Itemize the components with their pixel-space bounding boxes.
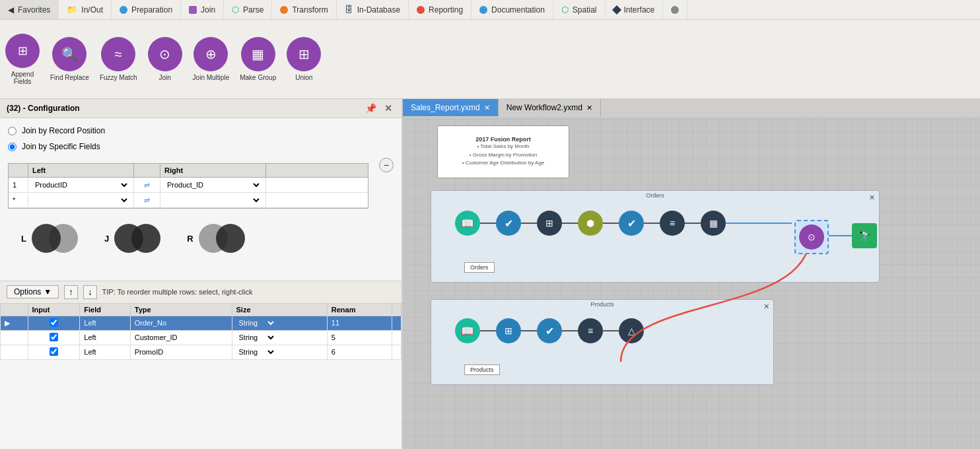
tip-text: TIP: To reorder multiple rows: select, r… bbox=[102, 288, 253, 296]
toolbar-tab-reporting[interactable]: Reporting bbox=[409, 0, 472, 19]
close-panel-icon[interactable]: ✕ bbox=[382, 103, 395, 114]
row-checkbox-2[interactable] bbox=[50, 333, 58, 341]
pin-icon[interactable]: 📌 bbox=[363, 103, 379, 114]
row-num-star: * bbox=[9, 193, 28, 207]
toolbar-tab-spatial[interactable]: ⬡ Spatial bbox=[553, 0, 606, 19]
input-cell-2: Left bbox=[80, 330, 130, 345]
products-collapse-icon[interactable]: ✕ bbox=[763, 302, 769, 311]
connector-join-browse bbox=[829, 235, 852, 236]
products-node-3[interactable]: ✔ bbox=[537, 318, 562, 343]
table-row[interactable]: Left Customer_ID String 5 bbox=[1, 330, 402, 345]
orders-collapse-icon[interactable]: ✕ bbox=[869, 193, 875, 202]
right-header: Right bbox=[160, 164, 266, 177]
make-group-icon: ▦ bbox=[241, 37, 275, 71]
row-checkbox-3[interactable] bbox=[50, 347, 58, 356]
col-scroll bbox=[392, 303, 402, 316]
orders-node-7[interactable]: ▦ bbox=[701, 211, 726, 236]
table-row[interactable]: Left PromoID String 6 bbox=[1, 345, 402, 359]
orders-label: Orders bbox=[464, 262, 495, 273]
rename-cell-1 bbox=[392, 316, 402, 330]
row-arrow-empty bbox=[1, 330, 28, 345]
union-icon: ⊞ bbox=[287, 37, 321, 71]
toolbar-tab-parse[interactable]: ⬡ Parse bbox=[224, 0, 272, 19]
size-cell-1: 11 bbox=[327, 316, 392, 330]
toolbar-tab-join[interactable]: Join bbox=[181, 0, 224, 19]
connector-2-3 bbox=[521, 223, 538, 224]
chevron-down-icon: ▼ bbox=[44, 287, 52, 296]
report-box: 2017 Fusion Report • Total Sales by Mont… bbox=[437, 125, 569, 178]
products-node-2[interactable]: ⊞ bbox=[496, 318, 521, 343]
documentation-dot bbox=[479, 6, 487, 14]
union-tool[interactable]: ⊞ Union bbox=[281, 34, 326, 84]
orders-title: Orders bbox=[431, 191, 879, 200]
orders-node-5[interactable]: ✔ bbox=[619, 211, 644, 236]
right-field-select-2[interactable] bbox=[164, 195, 262, 205]
fuzzy-match-tool[interactable]: ≈ Fuzzy Match bbox=[94, 34, 143, 84]
left-field-select-1[interactable]: ProductID bbox=[32, 180, 129, 190]
venn-join[interactable]: J bbox=[104, 221, 167, 257]
input-cell-1: Left bbox=[80, 316, 130, 330]
canvas-area[interactable]: 2017 Fusion Report • Total Sales by Mont… bbox=[403, 118, 980, 449]
orders-node-6[interactable]: ≡ bbox=[660, 211, 685, 236]
radio-specific-fields[interactable]: Join by Specific Fields bbox=[8, 142, 394, 151]
connector-to-join bbox=[726, 223, 792, 224]
move-down-button[interactable]: ↓ bbox=[83, 285, 97, 299]
venn-right[interactable]: R bbox=[187, 221, 251, 257]
radio-record-position[interactable]: Join by Record Position bbox=[8, 126, 394, 135]
fuzzy-match-label: Fuzzy Match bbox=[100, 74, 137, 81]
type-select-1[interactable]: String bbox=[236, 318, 276, 328]
row-checkbox-1[interactable] bbox=[50, 318, 58, 327]
products-node-1[interactable]: 📖 bbox=[455, 318, 480, 343]
move-up-button[interactable]: ↑ bbox=[64, 285, 78, 299]
join-multiple-tool[interactable]: ⊕ Join Multiple bbox=[188, 34, 235, 84]
left-panel: (32) - Configuration 📌 ✕ Join by Record … bbox=[0, 99, 403, 449]
toolbar-tab-extra[interactable] bbox=[663, 0, 687, 19]
svg-point-3 bbox=[131, 224, 160, 253]
browse-node[interactable]: 🔭 bbox=[852, 223, 877, 248]
products-group: Products ✕ 📖 ⊞ ✔ ≡ △ Products bbox=[431, 299, 774, 385]
config-body: Join by Record Position Join by Specific… bbox=[0, 118, 402, 281]
row-num-1: 1 bbox=[9, 178, 28, 191]
venn-left[interactable]: L bbox=[21, 221, 85, 257]
tab-sales-report[interactable]: Sales_Report.yxmd ✕ bbox=[403, 99, 499, 116]
join-node-selected[interactable]: ⊙ bbox=[794, 220, 829, 254]
toolbar-tab-documentation[interactable]: Documentation bbox=[472, 0, 553, 19]
left-field-select-2[interactable] bbox=[32, 195, 129, 205]
col-arrow bbox=[1, 303, 28, 316]
join-tool[interactable]: ⊙ Join bbox=[143, 34, 188, 84]
options-button[interactable]: Options ▼ bbox=[7, 285, 59, 298]
panel-header: (32) - Configuration 📌 ✕ bbox=[0, 99, 402, 118]
products-node-4[interactable]: ≡ bbox=[578, 318, 603, 343]
close-sales-tab[interactable]: ✕ bbox=[484, 104, 490, 112]
join-multiple-icon: ⊕ bbox=[193, 37, 228, 71]
toolbar-tab-indatabase[interactable]: 🗄 In-Database bbox=[337, 0, 409, 19]
toolbar-tab-inout[interactable]: 📁 In/Out bbox=[59, 0, 112, 19]
find-replace-tool[interactable]: 🔍 Find Replace bbox=[45, 34, 94, 84]
products-node-5[interactable]: △ bbox=[619, 318, 644, 343]
orders-node-4[interactable]: ⬢ bbox=[578, 211, 603, 236]
field-cell-2: Customer_ID bbox=[130, 330, 232, 345]
output-table-header-row: Input Field Type Size Renam bbox=[1, 303, 402, 316]
tab-new-workflow2[interactable]: New Workflow2.yxmd ✕ bbox=[499, 99, 601, 116]
close-workflow2-tab[interactable]: ✕ bbox=[586, 104, 592, 112]
options-row: Options ▼ ↑ ↓ TIP: To reorder multiple r… bbox=[0, 281, 402, 303]
toolbar-tab-preparation[interactable]: Preparation bbox=[112, 0, 181, 19]
make-group-tool[interactable]: ▦ Make Group bbox=[234, 34, 281, 84]
type-select-2[interactable]: String bbox=[236, 333, 276, 342]
toolbar-tab-transform[interactable]: Transform bbox=[272, 0, 336, 19]
toolbar-tab-favorites[interactable]: ◀ Favorites bbox=[0, 0, 59, 19]
find-replace-label: Find Replace bbox=[50, 74, 89, 81]
input-cell-3: Left bbox=[80, 345, 130, 359]
table-row[interactable]: ▶ Left Order_No String 11 bbox=[1, 316, 402, 330]
orders-node-2[interactable]: ✔ bbox=[496, 211, 521, 236]
toolbar-tab-interface[interactable]: Interface bbox=[606, 0, 664, 19]
spatial-hex-icon: ⬡ bbox=[561, 5, 569, 15]
fuzzy-match-icon: ≈ bbox=[101, 37, 135, 71]
type-select-3[interactable]: String bbox=[236, 347, 276, 357]
connector-1-2 bbox=[480, 223, 497, 224]
right-field-select-1[interactable]: Product_ID bbox=[164, 180, 262, 190]
orders-node-1[interactable]: 📖 bbox=[455, 211, 480, 236]
remove-join-button[interactable]: − bbox=[379, 158, 394, 172]
venn-row: L J bbox=[8, 214, 394, 263]
orders-node-3[interactable]: ⊞ bbox=[537, 211, 562, 236]
